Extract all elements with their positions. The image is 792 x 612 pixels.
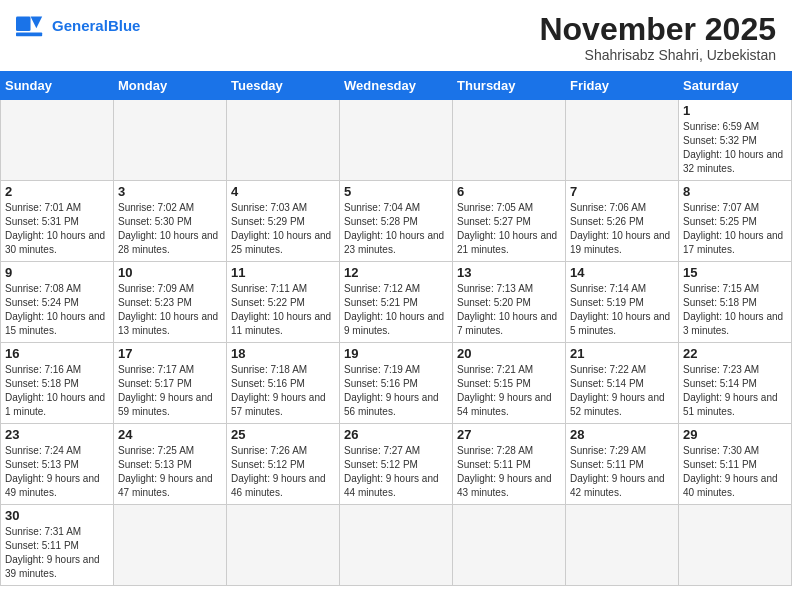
svg-rect-2 [16, 33, 42, 37]
svg-rect-0 [16, 17, 31, 32]
day-number: 13 [457, 265, 561, 280]
calendar-cell: 18Sunrise: 7:18 AMSunset: 5:16 PMDayligh… [227, 343, 340, 424]
calendar-cell: 1Sunrise: 6:59 AMSunset: 5:32 PMDaylight… [679, 100, 792, 181]
calendar-cell: 4Sunrise: 7:03 AMSunset: 5:29 PMDaylight… [227, 181, 340, 262]
day-number: 7 [570, 184, 674, 199]
day-info: Sunrise: 7:30 AMSunset: 5:11 PMDaylight:… [683, 444, 787, 500]
calendar-cell [227, 505, 340, 586]
day-number: 15 [683, 265, 787, 280]
day-number: 11 [231, 265, 335, 280]
day-info: Sunrise: 7:28 AMSunset: 5:11 PMDaylight:… [457, 444, 561, 500]
calendar-cell: 8Sunrise: 7:07 AMSunset: 5:25 PMDaylight… [679, 181, 792, 262]
day-info: Sunrise: 7:12 AMSunset: 5:21 PMDaylight:… [344, 282, 448, 338]
calendar-cell: 24Sunrise: 7:25 AMSunset: 5:13 PMDayligh… [114, 424, 227, 505]
calendar-cell: 9Sunrise: 7:08 AMSunset: 5:24 PMDaylight… [1, 262, 114, 343]
calendar-cell: 14Sunrise: 7:14 AMSunset: 5:19 PMDayligh… [566, 262, 679, 343]
logo: GeneralBlue [16, 12, 140, 40]
day-info: Sunrise: 7:09 AMSunset: 5:23 PMDaylight:… [118, 282, 222, 338]
calendar-cell [227, 100, 340, 181]
day-number: 4 [231, 184, 335, 199]
calendar-cell [453, 505, 566, 586]
day-number: 1 [683, 103, 787, 118]
location-subtitle: Shahrisabz Shahri, Uzbekistan [539, 47, 776, 63]
weekday-header-tuesday: Tuesday [227, 72, 340, 100]
day-number: 18 [231, 346, 335, 361]
title-block: November 2025 Shahrisabz Shahri, Uzbekis… [539, 12, 776, 63]
calendar-week-row: 23Sunrise: 7:24 AMSunset: 5:13 PMDayligh… [1, 424, 792, 505]
day-number: 27 [457, 427, 561, 442]
calendar-table: SundayMondayTuesdayWednesdayThursdayFrid… [0, 71, 792, 586]
calendar-cell: 29Sunrise: 7:30 AMSunset: 5:11 PMDayligh… [679, 424, 792, 505]
day-info: Sunrise: 7:02 AMSunset: 5:30 PMDaylight:… [118, 201, 222, 257]
day-info: Sunrise: 7:18 AMSunset: 5:16 PMDaylight:… [231, 363, 335, 419]
day-info: Sunrise: 6:59 AMSunset: 5:32 PMDaylight:… [683, 120, 787, 176]
day-info: Sunrise: 7:24 AMSunset: 5:13 PMDaylight:… [5, 444, 109, 500]
svg-marker-1 [31, 17, 43, 29]
calendar-week-row: 2Sunrise: 7:01 AMSunset: 5:31 PMDaylight… [1, 181, 792, 262]
calendar-cell: 3Sunrise: 7:02 AMSunset: 5:30 PMDaylight… [114, 181, 227, 262]
weekday-header-friday: Friday [566, 72, 679, 100]
day-number: 28 [570, 427, 674, 442]
weekday-header-thursday: Thursday [453, 72, 566, 100]
weekday-header-wednesday: Wednesday [340, 72, 453, 100]
day-info: Sunrise: 7:23 AMSunset: 5:14 PMDaylight:… [683, 363, 787, 419]
calendar-cell: 26Sunrise: 7:27 AMSunset: 5:12 PMDayligh… [340, 424, 453, 505]
day-number: 30 [5, 508, 109, 523]
calendar-cell: 5Sunrise: 7:04 AMSunset: 5:28 PMDaylight… [340, 181, 453, 262]
calendar-cell: 22Sunrise: 7:23 AMSunset: 5:14 PMDayligh… [679, 343, 792, 424]
calendar-cell [566, 100, 679, 181]
logo-general: General [52, 17, 108, 34]
day-info: Sunrise: 7:06 AMSunset: 5:26 PMDaylight:… [570, 201, 674, 257]
calendar-cell: 15Sunrise: 7:15 AMSunset: 5:18 PMDayligh… [679, 262, 792, 343]
day-number: 16 [5, 346, 109, 361]
day-number: 10 [118, 265, 222, 280]
day-number: 8 [683, 184, 787, 199]
calendar-week-row: 16Sunrise: 7:16 AMSunset: 5:18 PMDayligh… [1, 343, 792, 424]
calendar-week-row: 30Sunrise: 7:31 AMSunset: 5:11 PMDayligh… [1, 505, 792, 586]
month-title: November 2025 [539, 12, 776, 47]
day-number: 6 [457, 184, 561, 199]
day-number: 21 [570, 346, 674, 361]
calendar-cell [340, 505, 453, 586]
day-number: 5 [344, 184, 448, 199]
calendar-cell [453, 100, 566, 181]
day-number: 25 [231, 427, 335, 442]
day-number: 20 [457, 346, 561, 361]
day-info: Sunrise: 7:14 AMSunset: 5:19 PMDaylight:… [570, 282, 674, 338]
day-info: Sunrise: 7:13 AMSunset: 5:20 PMDaylight:… [457, 282, 561, 338]
calendar-cell: 21Sunrise: 7:22 AMSunset: 5:14 PMDayligh… [566, 343, 679, 424]
calendar-cell: 10Sunrise: 7:09 AMSunset: 5:23 PMDayligh… [114, 262, 227, 343]
day-info: Sunrise: 7:15 AMSunset: 5:18 PMDaylight:… [683, 282, 787, 338]
calendar-cell: 11Sunrise: 7:11 AMSunset: 5:22 PMDayligh… [227, 262, 340, 343]
weekday-header-monday: Monday [114, 72, 227, 100]
calendar-cell [679, 505, 792, 586]
calendar-cell: 25Sunrise: 7:26 AMSunset: 5:12 PMDayligh… [227, 424, 340, 505]
day-info: Sunrise: 7:08 AMSunset: 5:24 PMDaylight:… [5, 282, 109, 338]
day-info: Sunrise: 7:26 AMSunset: 5:12 PMDaylight:… [231, 444, 335, 500]
day-number: 12 [344, 265, 448, 280]
calendar-cell: 17Sunrise: 7:17 AMSunset: 5:17 PMDayligh… [114, 343, 227, 424]
day-info: Sunrise: 7:16 AMSunset: 5:18 PMDaylight:… [5, 363, 109, 419]
day-number: 2 [5, 184, 109, 199]
day-number: 9 [5, 265, 109, 280]
calendar-week-row: 1Sunrise: 6:59 AMSunset: 5:32 PMDaylight… [1, 100, 792, 181]
day-info: Sunrise: 7:19 AMSunset: 5:16 PMDaylight:… [344, 363, 448, 419]
day-number: 3 [118, 184, 222, 199]
logo-blue: Blue [108, 17, 141, 34]
day-info: Sunrise: 7:04 AMSunset: 5:28 PMDaylight:… [344, 201, 448, 257]
day-info: Sunrise: 7:22 AMSunset: 5:14 PMDaylight:… [570, 363, 674, 419]
day-number: 17 [118, 346, 222, 361]
calendar-cell: 12Sunrise: 7:12 AMSunset: 5:21 PMDayligh… [340, 262, 453, 343]
calendar-cell: 28Sunrise: 7:29 AMSunset: 5:11 PMDayligh… [566, 424, 679, 505]
logo-text: GeneralBlue [52, 17, 140, 35]
logo-icon [16, 12, 48, 40]
day-info: Sunrise: 7:05 AMSunset: 5:27 PMDaylight:… [457, 201, 561, 257]
calendar-cell: 7Sunrise: 7:06 AMSunset: 5:26 PMDaylight… [566, 181, 679, 262]
calendar-cell: 16Sunrise: 7:16 AMSunset: 5:18 PMDayligh… [1, 343, 114, 424]
day-info: Sunrise: 7:01 AMSunset: 5:31 PMDaylight:… [5, 201, 109, 257]
page-header: GeneralBlue November 2025 Shahrisabz Sha… [0, 0, 792, 71]
day-info: Sunrise: 7:17 AMSunset: 5:17 PMDaylight:… [118, 363, 222, 419]
day-info: Sunrise: 7:11 AMSunset: 5:22 PMDaylight:… [231, 282, 335, 338]
calendar-cell [114, 505, 227, 586]
day-number: 29 [683, 427, 787, 442]
